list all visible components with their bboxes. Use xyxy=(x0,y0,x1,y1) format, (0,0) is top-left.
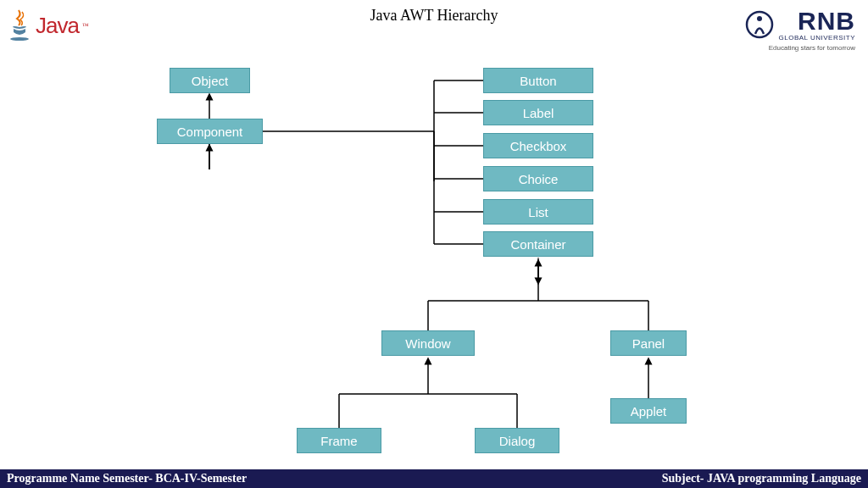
node-label: Label xyxy=(483,100,593,125)
java-logo: Java™ xyxy=(7,8,89,42)
rnb-name: RNB xyxy=(779,7,855,36)
svg-point-2 xyxy=(757,16,762,21)
page-title: Java AWT Hierarchy xyxy=(0,7,868,25)
rnb-logo: RNB GLOBAL UNIVERSITY Educating stars fo… xyxy=(745,7,855,52)
node-container: Container xyxy=(483,231,593,257)
java-logo-text: Java xyxy=(36,13,79,39)
node-object: Object xyxy=(170,68,250,93)
svg-point-1 xyxy=(747,12,772,37)
rnb-sub: GLOBAL UNIVERSITY xyxy=(779,34,855,42)
svg-point-0 xyxy=(10,37,29,41)
node-component: Component xyxy=(157,119,263,144)
footer-left: Programme Name Semester- BCA-IV-Semester xyxy=(7,472,247,485)
java-cup-icon xyxy=(7,8,32,42)
hierarchy-diagram: Object Component Button Label Checkbox C… xyxy=(0,51,868,458)
rnb-icon xyxy=(745,10,774,39)
node-applet: Applet xyxy=(610,398,687,424)
node-dialog: Dialog xyxy=(475,428,559,453)
footer-right: Subject- JAVA programming Language xyxy=(662,472,861,485)
footer-bar: Programme Name Semester- BCA-IV-Semester… xyxy=(0,469,868,488)
node-frame: Frame xyxy=(297,428,381,453)
node-button: Button xyxy=(483,68,593,93)
node-choice: Choice xyxy=(483,166,593,191)
node-window: Window xyxy=(381,330,475,356)
node-list: List xyxy=(483,199,593,225)
connector-lines xyxy=(0,51,868,458)
node-panel: Panel xyxy=(610,330,687,356)
node-checkbox: Checkbox xyxy=(483,133,593,158)
